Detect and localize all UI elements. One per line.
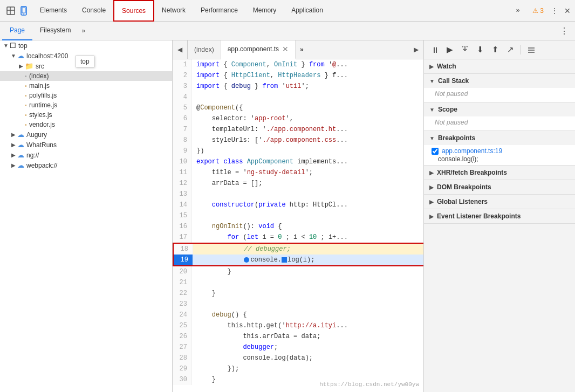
subtab-filesystem[interactable]: Filesystem	[32, 22, 78, 40]
close-icon[interactable]: ✕	[562, 5, 573, 16]
line-content-2: import { HttpClient, HttpHeaders } f...	[192, 70, 423, 81]
code-tab-close[interactable]: ✕	[282, 45, 289, 53]
code-line-21: 21	[173, 277, 423, 288]
line-content-28: console.log(data);	[192, 353, 423, 363]
line-content-22: }	[192, 288, 423, 299]
step-over-btn[interactable]	[458, 43, 471, 56]
line-num-6: 6	[173, 113, 192, 124]
tree-label-index: (index)	[29, 72, 49, 80]
line-num-17: 17	[173, 232, 192, 243]
section-watch-header[interactable]: ▶ Watch	[424, 59, 575, 73]
top-bar: Elements Console Sources Network Perform…	[0, 0, 575, 22]
pause-btn[interactable]: ⏸	[428, 43, 441, 56]
tree-item-index[interactable]: ▪ (index)	[0, 71, 172, 81]
line-content-18: // debugger;	[193, 244, 423, 255]
tree-label-augury: Augury	[26, 131, 47, 139]
tab-memory[interactable]: Memory	[245, 0, 284, 22]
line-num-26: 26	[173, 331, 192, 342]
breakpoint-item-1: app.component.ts:19 console.log(i);	[424, 145, 575, 165]
tree-item-styles[interactable]: ▪ styles.js	[0, 110, 172, 120]
server-icon-ng: ☁	[17, 151, 24, 159]
file-icon-polyfills: ▪	[25, 92, 27, 99]
line-content-17: for (let i = 0 ; i < 10 ; i+...	[192, 232, 423, 243]
devtools-icons	[2, 5, 32, 16]
step-btn[interactable]: ↗	[504, 43, 517, 56]
code-tab-app-component[interactable]: app.component.ts ✕	[221, 40, 296, 59]
line-content-24: debug() {	[192, 310, 423, 320]
code-tabs: ◀ (index) app.component.ts ✕ » ▶	[173, 40, 423, 59]
section-scope: ▼ Scope Not paused	[424, 102, 575, 131]
warning-badge[interactable]: ⚠ 3	[529, 7, 547, 15]
step-out-btn[interactable]: ⬆	[489, 43, 502, 56]
tab-sources[interactable]: Sources	[113, 0, 154, 22]
arrow-src: ▶	[17, 63, 25, 69]
code-line-12: 12 arrData = [];	[173, 178, 423, 189]
code-nav-prev[interactable]: ▶	[408, 40, 423, 59]
tab-network[interactable]: Network	[154, 0, 193, 22]
file-icon-index: ▪	[25, 73, 27, 79]
subtab-page[interactable]: Page	[2, 22, 32, 40]
line-content-1: import { Component, OnInit } from '@...	[192, 59, 423, 70]
bp-checkbox-1[interactable]	[432, 148, 439, 155]
code-line-8: 8 styleUrls: ['./app.component.css...	[173, 135, 423, 146]
resume-btn[interactable]: ▶	[443, 43, 456, 56]
code-line-16: 16 ngOnInit(): void {	[173, 221, 423, 232]
section-xhr-header[interactable]: ▶ XHR/fetch Breakpoints	[424, 166, 575, 180]
code-line-19: 19 console.log(i);	[173, 255, 423, 266]
code-tab-more[interactable]: »	[296, 46, 308, 53]
line-num-24: 24	[173, 310, 192, 320]
debug-toolbar: ⏸ ▶ ⬇ ⬆ ↗	[424, 40, 575, 59]
tab-elements[interactable]: Elements	[32, 0, 74, 22]
server-icon-webpack: ☁	[17, 161, 24, 169]
tab-console[interactable]: Console	[74, 0, 113, 22]
tree-item-webpack[interactable]: ▶ ☁ webpack://	[0, 160, 172, 170]
section-watch: ▶ Watch	[424, 59, 575, 74]
section-dom-header[interactable]: ▶ DOM Breakpoints	[424, 180, 575, 194]
subtab-menu-icon[interactable]: ⋮	[556, 26, 573, 36]
tree-item-top[interactable]: ▼ ☐ top top	[0, 40, 172, 51]
line-num-27: 27	[173, 342, 192, 353]
bp-check-1: app.component.ts:19	[432, 147, 570, 155]
tab-application[interactable]: Application	[284, 0, 331, 22]
code-tab-index[interactable]: (index)	[188, 40, 221, 59]
tree-item-runtime[interactable]: ▪ runtime.js	[0, 100, 172, 110]
section-global: ▶ Global Listeners	[424, 195, 575, 209]
line-content-23	[192, 299, 423, 310]
tree-label-vendor: vendor.js	[29, 121, 55, 128]
subtab-more-btn[interactable]: »	[78, 27, 88, 35]
tree-item-vendor[interactable]: ▪ vendor.js	[0, 120, 172, 129]
line-content-10: export class AppComponent implements...	[192, 156, 423, 167]
code-tab-back[interactable]: ◀	[173, 40, 188, 59]
code-line-22: 22 }	[173, 288, 423, 299]
events-arrow: ▶	[429, 214, 434, 219]
deactivate-btn[interactable]	[525, 43, 538, 56]
xhr-arrow: ▶	[429, 170, 434, 176]
code-area[interactable]: 1 import { Component, OnInit } from '@..…	[173, 59, 423, 392]
line-num-22: 22	[173, 288, 192, 299]
line-num-10: 10	[173, 156, 192, 167]
dom-label: DOM Breakpoints	[437, 183, 491, 191]
device-icon[interactable]	[18, 5, 29, 16]
tree-item-augury[interactable]: ▶ ☁ Augury	[0, 129, 172, 140]
more-tabs-btn[interactable]: »	[509, 0, 528, 22]
tree-label-polyfills: polyfills.js	[29, 92, 57, 99]
section-global-header[interactable]: ▶ Global Listeners	[424, 195, 575, 209]
tree-item-ng[interactable]: ▶ ☁ ng://	[0, 150, 172, 160]
section-callstack-header[interactable]: ▼ Call Stack	[424, 74, 575, 88]
breakpoints-label: Breakpoints	[438, 134, 475, 142]
code-line-15: 15	[173, 210, 423, 221]
section-breakpoints-header[interactable]: ▼ Breakpoints	[424, 131, 575, 145]
global-arrow: ▶	[429, 199, 434, 205]
overflow-menu-icon[interactable]: ⋮	[549, 5, 560, 16]
watch-label: Watch	[437, 63, 456, 70]
inspect-icon[interactable]	[5, 5, 16, 16]
events-label: Event Listener Breakpoints	[437, 212, 521, 220]
tree-item-main[interactable]: ▪ main.js	[0, 81, 172, 91]
section-scope-header[interactable]: ▼ Scope	[424, 102, 575, 116]
line-content-12: arrData = [];	[192, 178, 423, 189]
tree-item-whatruns[interactable]: ▶ ☁ WhatRuns	[0, 140, 172, 150]
tree-item-polyfills[interactable]: ▪ polyfills.js	[0, 91, 172, 100]
step-into-btn[interactable]: ⬇	[474, 43, 487, 56]
section-events-header[interactable]: ▶ Event Listener Breakpoints	[424, 209, 575, 223]
tab-performance[interactable]: Performance	[193, 0, 245, 22]
